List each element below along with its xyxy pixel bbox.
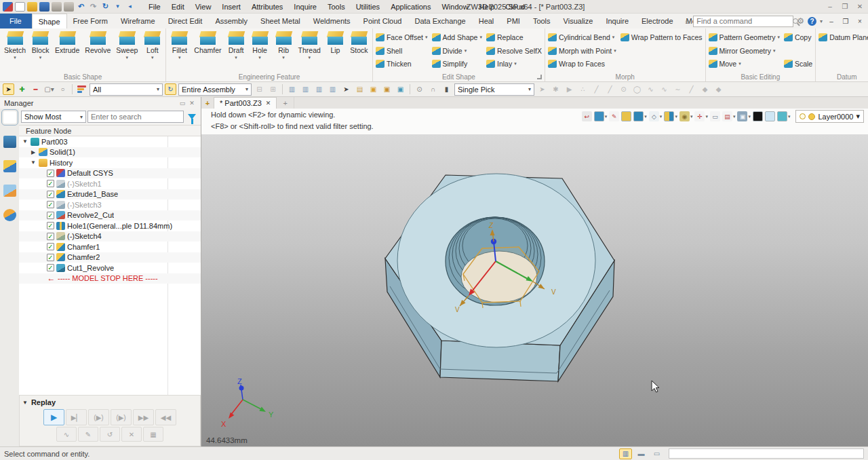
cylindrical-bend-button[interactable]: Cylindrical Bend▾ — [548, 31, 616, 43]
loop-icon[interactable]: ∩ — [427, 83, 439, 95]
chamfer-button[interactable]: Chamfer — [191, 29, 224, 72]
paint-select-icon[interactable]: ✱ — [550, 83, 561, 95]
assembly-manager-icon[interactable] — [3, 136, 16, 148]
replay-regen-button[interactable]: ↺ — [100, 427, 120, 442]
tree-row[interactable]: ✓(-)Sketch3 — [19, 199, 201, 210]
inlay-button[interactable]: Inlay▾ — [486, 58, 542, 70]
checkbox-checked-icon[interactable]: ✓ — [47, 254, 54, 261]
show-filter-dropdown[interactable]: Show Most ▾ — [21, 111, 86, 123]
tree-row[interactable]: ✓Default CSYS — [19, 168, 201, 179]
checkbox-checked-icon[interactable]: ✓ — [47, 233, 54, 240]
tree-row[interactable]: ✓Extrude1_Base — [19, 189, 201, 200]
tree-row[interactable]: ✓Chamfer2 — [19, 252, 201, 263]
tab-close-icon[interactable]: ✕ — [266, 100, 271, 107]
collapse-icon[interactable]: ◂ — [125, 2, 135, 12]
replay-fast-forward-button[interactable]: ▶▶ — [133, 409, 154, 425]
role-manager-icon[interactable] — [3, 209, 16, 221]
print-icon[interactable] — [52, 2, 62, 12]
pick-list-4-icon[interactable]: ▥ — [327, 83, 338, 95]
window-restore-icon[interactable]: ❐ — [838, 0, 852, 12]
exit-view-icon[interactable]: ↩ — [582, 111, 592, 121]
pick-last-icon[interactable]: ➤ — [340, 83, 352, 95]
doc-restore-icon[interactable]: ❐ — [840, 16, 851, 26]
help-caret-icon[interactable]: ▾ — [820, 18, 823, 24]
new-tab-icon[interactable]: + — [277, 97, 294, 109]
hole-button[interactable]: Hole▾ — [248, 29, 272, 72]
chevron-down-icon[interactable]: ▾ — [614, 48, 616, 54]
revolve-button[interactable]: Revolve — [82, 29, 113, 72]
tree-row[interactable]: ✓(-)Sketch1 — [19, 178, 201, 189]
expander-right-icon[interactable]: ▶ — [30, 149, 37, 155]
lip-button[interactable]: Lip — [323, 29, 347, 72]
chevron-down-icon[interactable]: ▾ — [39, 54, 42, 60]
align-bottom-icon[interactable]: ⊞ — [267, 83, 279, 95]
menu-view[interactable]: View — [190, 0, 217, 13]
tab-sheet-metal[interactable]: Sheet Metal — [254, 14, 307, 28]
tab-wireframe[interactable]: Wireframe — [115, 14, 162, 28]
replay-screen-button[interactable]: ▦ — [143, 427, 163, 442]
chevron-down-icon[interactable]: ▾ — [612, 35, 615, 40]
model-canvas[interactable]: V V Z Z X — [201, 134, 868, 446]
filter-funnel-icon[interactable] — [185, 111, 199, 123]
redo-icon[interactable]: ↷ — [88, 2, 98, 12]
morph-with-point-button[interactable]: Morph with Point▾ — [548, 45, 616, 57]
chevron-down-icon[interactable]: ▾ — [675, 114, 677, 119]
checkbox-checked-icon[interactable]: ✓ — [47, 201, 54, 208]
feature-manager-icon[interactable] — [3, 111, 16, 123]
zoom-window-icon[interactable]: ▭ — [710, 111, 720, 121]
mirror-geometry-button[interactable]: Mirror Geometry▾ — [709, 45, 780, 57]
tree-row[interactable]: ✓Cut1_Revolve — [19, 263, 201, 273]
layer-dropdown[interactable]: Layer0000▾ — [795, 110, 864, 123]
chevron-down-icon[interactable]: ▾ — [425, 35, 428, 40]
qat-menu-icon[interactable]: ▾ — [113, 2, 123, 12]
pick-list-3-icon[interactable]: ▥ — [313, 83, 325, 95]
folder-output-icon[interactable]: ▣ — [381, 83, 393, 95]
extrude-button[interactable]: Extrude — [52, 29, 82, 72]
command-search-input[interactable] — [696, 17, 793, 25]
divide-button[interactable]: Divide▾ — [432, 45, 482, 57]
window-close-icon[interactable]: ✕ — [853, 0, 867, 12]
add-file-icon[interactable]: + — [201, 97, 214, 109]
scale-button[interactable]: Scale — [784, 58, 812, 70]
menu-insert[interactable]: Insert — [216, 0, 246, 13]
menu-inquire[interactable]: Inquire — [288, 0, 322, 13]
folder-history-icon[interactable]: ▣ — [395, 83, 406, 95]
tab-tools[interactable]: Tools — [527, 14, 557, 28]
manager-minimize-icon[interactable]: ▭ — [178, 99, 187, 107]
background-icon[interactable] — [777, 111, 787, 121]
replace-button[interactable]: Replace — [486, 31, 542, 43]
rotate-center-icon[interactable]: ✛ — [694, 111, 705, 121]
tree-row[interactable]: ←----- MODEL STOP HERE ----- — [19, 273, 201, 284]
chevron-down-icon[interactable]: ▾ — [514, 61, 517, 66]
spline-select-icon[interactable]: ∿ — [658, 83, 670, 95]
shade-face-icon[interactable] — [621, 111, 631, 121]
app-logo-icon[interactable] — [3, 2, 13, 12]
block-button[interactable]: Block▾ — [28, 29, 52, 72]
arc-select-icon[interactable]: ∼ — [672, 83, 684, 95]
doc-minimize-icon[interactable]: – — [826, 16, 837, 26]
checkbox-checked-icon[interactable]: ✓ — [47, 222, 54, 229]
box-select-icon[interactable]: ▢▾ — [43, 83, 55, 95]
replay-play-button[interactable]: ▶ — [43, 409, 64, 425]
help-icon[interactable]: ? — [808, 17, 816, 26]
chevron-down-icon[interactable]: ▾ — [660, 114, 663, 119]
replay-step-button[interactable]: ▶▏ — [66, 409, 87, 425]
undo-icon[interactable]: ↶ — [76, 2, 86, 12]
chevron-down-icon[interactable]: ▾ — [151, 54, 154, 60]
play-select-icon[interactable]: ▶ — [564, 83, 575, 95]
shade-mode-icon[interactable] — [633, 111, 644, 121]
folder-input-icon[interactable]: ▣ — [368, 83, 379, 95]
window-minimize-icon[interactable]: – — [823, 0, 837, 12]
tab-direct-edit[interactable]: Direct Edit — [162, 14, 210, 28]
checkbox-checked-icon[interactable]: ✓ — [47, 191, 54, 198]
circle-select-icon[interactable]: ⊙ — [618, 83, 629, 95]
tree-row[interactable]: ✓(-)Sketch4 — [19, 231, 201, 242]
show-manager-icon[interactable]: ▥ — [619, 448, 632, 459]
replay-rewind-button[interactable]: ◀◀ — [155, 409, 176, 425]
wrap-to-faces-button[interactable]: Wrap to Faces — [548, 58, 616, 70]
move-button[interactable]: Move▾ — [709, 58, 780, 70]
chevron-down-icon[interactable]: ▾ — [258, 54, 261, 60]
chevron-down-icon[interactable]: ▾ — [235, 54, 237, 60]
checkbox-checked-icon[interactable]: ✓ — [47, 170, 54, 177]
checkbox-checked-icon[interactable]: ✓ — [47, 264, 54, 271]
